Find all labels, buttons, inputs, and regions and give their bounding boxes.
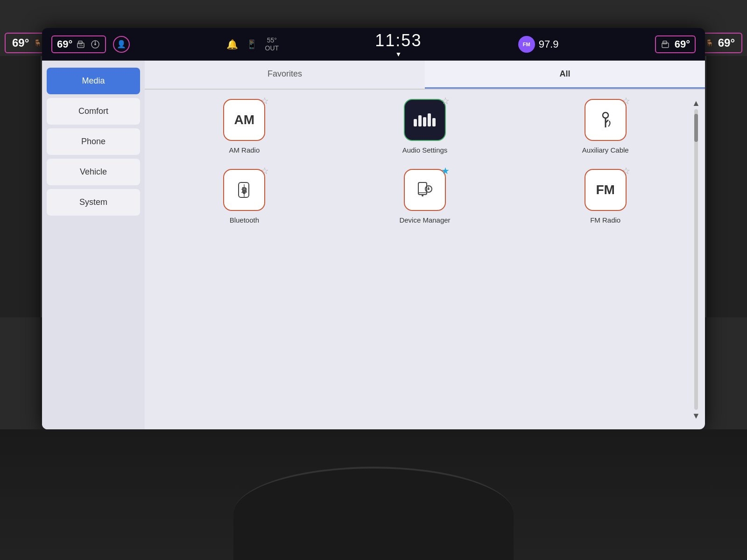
svg-point-19 [428, 188, 430, 190]
audio-bar-4 [428, 113, 431, 126]
fm-radio-icon: FM [585, 169, 627, 211]
audio-settings-icon [404, 99, 446, 141]
status-right-section: 69° [655, 35, 696, 53]
seat-icon-right [661, 39, 671, 49]
car-surround: 69° 🪑 👤 🪑 69° 69° [0, 0, 747, 560]
scroll-thumb[interactable] [694, 114, 698, 142]
app-item-fm-radio[interactable]: FM ☆ FM Radio [520, 169, 691, 225]
svg-point-4 [94, 43, 96, 45]
device-manager-star[interactable]: ★ [441, 165, 450, 176]
temp-left-label: 69° [57, 38, 72, 50]
dashboard [0, 429, 747, 560]
audio-settings-label: Audio Settings [402, 146, 448, 155]
audio-bar-2 [418, 115, 422, 126]
sidebar-item-phone[interactable]: Phone [47, 128, 140, 155]
bluetooth-icon: ʙ [223, 169, 265, 211]
left-temp-value: 69° [12, 36, 29, 49]
clock-display: 11:53 [375, 31, 422, 50]
device-manager-icon [404, 169, 446, 211]
audio-bar-3 [423, 117, 426, 126]
apps-grid-container: AM ☆ AM Radio [145, 90, 705, 429]
am-radio-star[interactable]: ☆ [261, 95, 269, 106]
scroll-track [694, 109, 698, 410]
steering-wheel-area [233, 467, 514, 560]
clock-arrow: ▼ [395, 50, 402, 58]
svg-point-8 [603, 112, 608, 118]
radio-band-badge: FM [518, 36, 535, 53]
sidebar-phone-label: Phone [81, 137, 106, 146]
app-item-audio-settings[interactable]: ☆ Audio Settings [339, 99, 511, 155]
app-item-auxiliary-cable[interactable]: ☆ Auxiliary Cable [520, 99, 691, 155]
app-item-am-radio[interactable]: AM ☆ AM Radio [159, 99, 330, 155]
status-left-section: 69° 👤 [51, 35, 130, 53]
fm-radio-label: FM Radio [590, 216, 620, 225]
bluetooth-icon-wrapper: ʙ ☆ [223, 169, 265, 211]
sidebar-vehicle-label: Vehicle [80, 167, 107, 176]
audio-bars-graphic [414, 113, 436, 126]
sidebar-comfort-label: Comfort [78, 106, 108, 116]
scroll-up-arrow[interactable]: ▲ [692, 99, 700, 107]
svg-rect-1 [78, 41, 82, 44]
bluetooth-svg: ʙ [234, 180, 254, 200]
seat-icon-right: 🪑 [705, 39, 713, 47]
temp-display-left: 69° [51, 35, 106, 53]
outside-temp-display: 55° OUT [265, 36, 279, 52]
main-screen: 69° 👤 🔔 [42, 28, 705, 429]
svg-rect-7 [663, 41, 667, 44]
main-content-area: Media Comfort Phone Vehicle System [42, 61, 705, 429]
clock-section: 11:53 ▼ [375, 31, 422, 58]
apps-grid: AM ☆ AM Radio [159, 99, 691, 224]
svg-point-16 [422, 195, 423, 196]
am-radio-icon-wrapper: AM ☆ [223, 99, 265, 141]
profile-icon[interactable]: 👤 [113, 36, 130, 53]
sidebar-item-comfort[interactable]: Comfort [47, 98, 140, 125]
auxiliary-cable-label: Auxiliary Cable [582, 146, 629, 155]
radio-frequency: 97.9 [539, 38, 559, 50]
app-item-bluetooth[interactable]: ʙ ☆ Bluetooth [159, 169, 330, 225]
sidebar-item-media[interactable]: Media [47, 68, 140, 94]
temp-right-label: 69° [675, 38, 690, 50]
audio-settings-icon-wrapper: ☆ [404, 99, 446, 141]
tab-favorites[interactable]: Favorites [145, 61, 425, 89]
scroll-bar: ▲ ▼ [692, 99, 700, 420]
fm-radio-icon-wrapper: FM ☆ [585, 169, 627, 211]
steering-icon [90, 39, 100, 49]
left-vent [0, 56, 42, 317]
sidebar-item-vehicle[interactable]: Vehicle [47, 159, 140, 185]
audio-bar-5 [432, 118, 436, 126]
sidebar-item-system[interactable]: System [47, 189, 140, 216]
auxiliary-cable-icon [585, 99, 627, 141]
seat-heat-icon [76, 39, 86, 49]
outside-temp-value: 55° [265, 36, 279, 44]
seat-icon-left: 🪑 [34, 39, 42, 47]
fm-radio-star[interactable]: ☆ [622, 165, 630, 176]
right-panel: Favorites All AM ☆ [145, 61, 705, 429]
right-temp-value: 69° [718, 36, 735, 49]
sidebar-media-label: Media [82, 76, 105, 85]
temp-display-right: 69° [655, 35, 696, 53]
device-manager-icon-wrapper: ★ [404, 169, 446, 211]
audio-settings-star[interactable]: ☆ [441, 95, 450, 106]
radio-info[interactable]: FM 97.9 [518, 36, 559, 53]
outside-temp-label: OUT [265, 44, 279, 52]
device-manager-svg [415, 180, 435, 200]
audio-bar-1 [414, 119, 417, 126]
sidebar: Media Comfort Phone Vehicle System [42, 61, 145, 429]
am-radio-label: AM Radio [229, 146, 260, 155]
phone-status-icon: 📱 [247, 39, 257, 49]
auxiliary-cable-icon-wrapper: ☆ [585, 99, 627, 141]
status-bar: 69° 👤 🔔 [42, 28, 705, 61]
tab-all[interactable]: All [425, 61, 705, 89]
notification-icon: 🔔 [226, 39, 238, 50]
bluetooth-label: Bluetooth [230, 216, 259, 225]
tabs-bar: Favorites All [145, 61, 705, 90]
app-item-device-manager[interactable]: ★ Device Manager [339, 169, 511, 225]
right-vent [705, 56, 747, 317]
auxiliary-cable-star[interactable]: ☆ [622, 95, 630, 106]
am-radio-icon: AM [223, 99, 265, 141]
status-icons-group: 🔔 📱 55° OUT [226, 36, 279, 52]
aux-cable-svg [595, 110, 616, 130]
bluetooth-star[interactable]: ☆ [261, 165, 269, 176]
device-manager-label: Device Manager [399, 216, 450, 225]
scroll-down-arrow[interactable]: ▼ [692, 412, 700, 420]
